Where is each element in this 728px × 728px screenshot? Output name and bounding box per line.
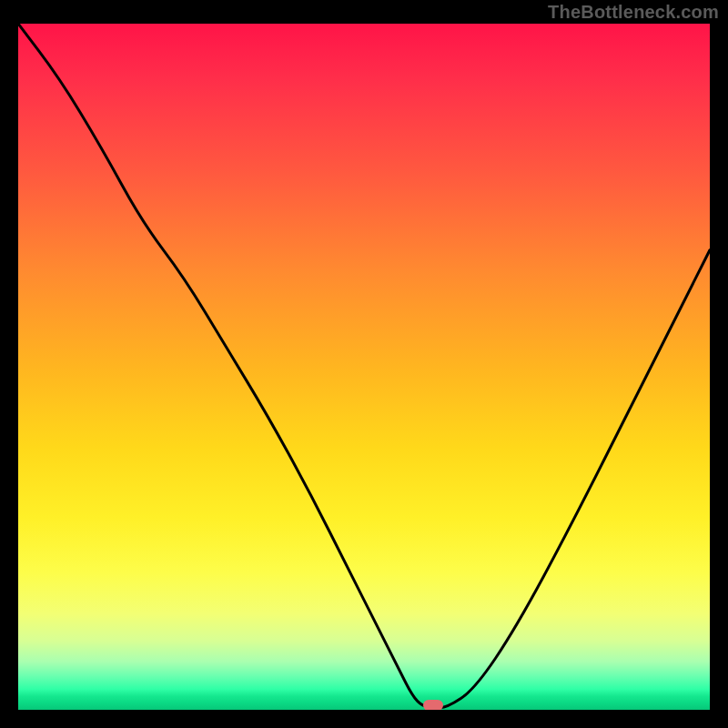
watermark-text: TheBottleneck.com	[548, 2, 719, 23]
optimum-marker	[423, 700, 443, 710]
plot-area	[18, 24, 710, 710]
chart-frame: TheBottleneck.com	[0, 0, 728, 728]
line-chart-svg	[18, 24, 710, 710]
bottleneck-curve	[18, 24, 710, 708]
